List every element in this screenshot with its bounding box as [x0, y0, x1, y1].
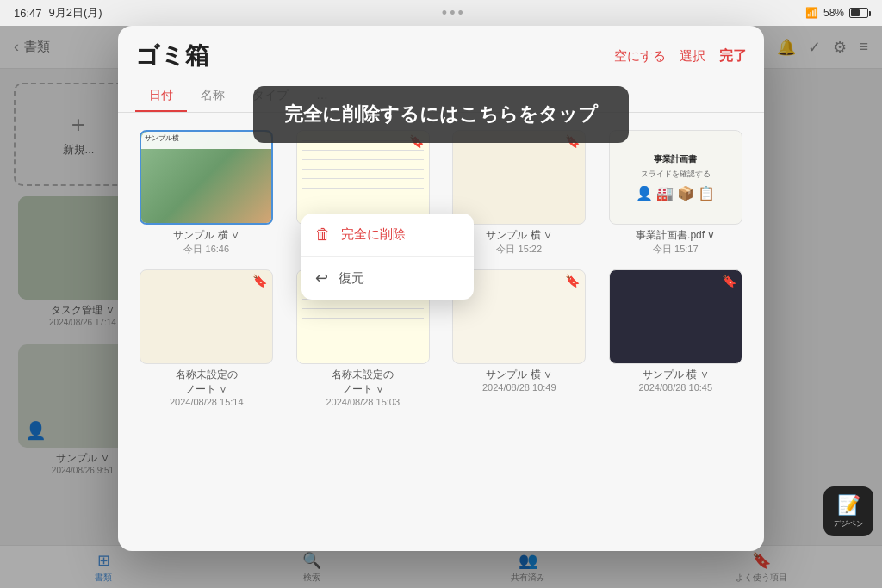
battery-icon — [849, 8, 868, 18]
file-card-1[interactable]: サンプル横 サンプル 横 ∨ 今日 16:46 — [135, 130, 278, 256]
file-name-5: 名称未設定のノート ∨ — [176, 368, 238, 397]
file-thumb-4: 事業計画書 スライドを確認する 👤 🏭 📦 📋 — [609, 130, 742, 225]
bookmark-icon-8: 🔖 — [722, 274, 736, 288]
context-menu: 🗑 完全に削除 ↩ 復元 — [301, 214, 474, 300]
file-thumb-5: 🔖 — [140, 269, 273, 364]
tooltip-banner: 完全に削除するにはこちらをタップ — [253, 86, 629, 143]
file-thumb-2: 🔖 — [296, 130, 430, 225]
file-name-1: サンプル 横 ∨ — [173, 228, 239, 243]
trash-icon: 🗑 — [315, 226, 331, 244]
restore-icon: ↩ — [315, 269, 328, 288]
context-delete-label: 完全に削除 — [341, 226, 406, 243]
status-date: 9月2日(月) — [49, 5, 102, 21]
file-name-3: サンプル 横 ∨ — [486, 228, 552, 243]
file-name-8: サンプル 横 ∨ — [643, 368, 709, 382]
trash-actions: 空にする 選択 完了 — [614, 47, 747, 65]
status-bar: 16:47 9月2日(月) ••• 📶 58% — [0, 0, 882, 26]
select-button[interactable]: 選択 — [680, 48, 705, 65]
file-card-4[interactable]: 事業計画書 スライドを確認する 👤 🏭 📦 📋 事業計画書.pdf ∨ 今日 1… — [605, 130, 748, 256]
file-card-8[interactable]: 🔖 サンプル 横 ∨ 2024/08/28 10:45 — [605, 269, 748, 407]
context-restore-label: 復元 — [339, 270, 364, 287]
dejiben-icon: 📝 — [837, 494, 860, 517]
dejiben-button[interactable]: 📝 デジペン — [823, 486, 873, 536]
file-card-5[interactable]: 🔖 名称未設定のノート ∨ 2024/08/28 15:14 — [135, 269, 278, 407]
trash-title: ゴミ箱 — [135, 40, 209, 72]
file-thumb-3: 🔖 — [452, 130, 586, 225]
tab-date[interactable]: 日付 — [135, 81, 187, 112]
tab-name[interactable]: 名称 — [187, 81, 239, 112]
file-date-3: 今日 15:22 — [496, 243, 542, 256]
context-restore[interactable]: ↩ 復元 — [301, 257, 474, 300]
file-date-7: 2024/08/28 10:49 — [482, 382, 556, 393]
bookmark-icon-5: 🔖 — [252, 274, 267, 288]
file-thumb-8: 🔖 — [609, 269, 742, 364]
file-date-5: 2024/08/28 15:14 — [170, 397, 244, 407]
dejiben-label: デジペン — [833, 518, 864, 529]
empty-button[interactable]: 空にする — [614, 48, 666, 65]
file-name-6: 名称未設定のノート ∨ — [332, 368, 394, 397]
trash-modal-header: ゴミ箱 空にする 選択 完了 — [118, 26, 764, 81]
done-button[interactable]: 完了 — [719, 47, 747, 65]
file-date-1: 今日 16:46 — [183, 243, 229, 256]
status-time: 16:47 — [14, 7, 42, 20]
bookmark-icon-7: 🔖 — [565, 274, 580, 288]
file-date-6: 2024/08/28 15:03 — [326, 397, 400, 407]
context-delete[interactable]: 🗑 完全に削除 — [301, 214, 474, 257]
status-dots: ••• — [442, 4, 466, 22]
file-name-4: 事業計画書.pdf ∨ — [636, 228, 715, 243]
file-date-4: 今日 15:17 — [653, 243, 699, 256]
file-name-7: サンプル 横 ∨ — [486, 368, 552, 382]
file-date-8: 2024/08/28 10:45 — [638, 382, 712, 393]
wifi-icon: 📶 — [805, 7, 818, 19]
file-thumb-1: サンプル横 — [140, 130, 273, 225]
battery-percent: 58% — [823, 7, 844, 19]
